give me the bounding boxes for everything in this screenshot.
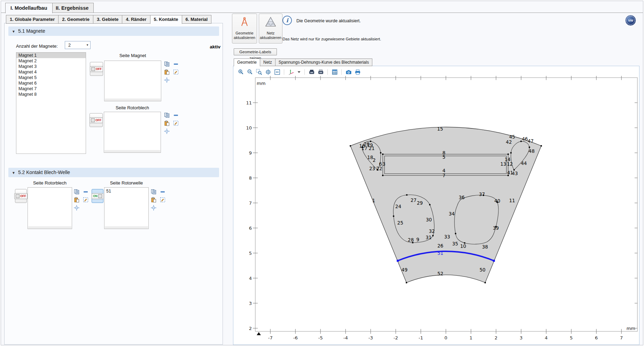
- seite-rotorblech-selection-list[interactable]: [104, 112, 161, 153]
- zoom-box-icon[interactable]: [256, 69, 262, 76]
- remove-icon[interactable]: [83, 189, 89, 195]
- zoom-out-icon[interactable]: [247, 69, 253, 76]
- paste-icon[interactable]: [164, 69, 170, 75]
- plot-label: 8: [249, 175, 252, 181]
- left-tab-5[interactable]: 5. Kontakte: [150, 15, 182, 24]
- plot-label: 23: [369, 166, 375, 171]
- seite-rotorblech-toggle[interactable]: OFF: [90, 113, 103, 127]
- plot-label: 12: [507, 161, 513, 167]
- left-tab-4[interactable]: 4. Ränder: [122, 15, 150, 24]
- plot-label: -2: [394, 335, 398, 340]
- remove-icon[interactable]: [173, 112, 179, 118]
- graphics-tab-1[interactable]: Geometrie: [234, 58, 260, 66]
- plot-label: 4: [545, 335, 548, 340]
- vw-logo: VW: [625, 15, 636, 26]
- section-header-magnete[interactable]: ▼5.1 Magnete: [8, 26, 219, 36]
- plot-label: -6: [293, 335, 298, 340]
- plot-label: 25: [397, 220, 403, 226]
- geometry-updated-message: Die Geometrie wurde aktualisiert.: [296, 18, 361, 23]
- plot-label: 33: [444, 234, 450, 239]
- magnet-list-item[interactable]: Magnet 1: [16, 53, 86, 58]
- off-state-icon: OFF: [90, 117, 103, 123]
- kontakt-rotorblech-selection-list[interactable]: [28, 187, 72, 229]
- copy-icon[interactable]: [164, 61, 170, 67]
- magnet-list-item[interactable]: Magnet 4: [16, 69, 86, 75]
- clear-selection-icon[interactable]: [173, 120, 179, 126]
- magnet-list-item[interactable]: Magnet 5: [16, 75, 86, 80]
- graphics-canvas[interactable]: -7-6-5-4-3-2-101234567234567891011 15162…: [233, 76, 640, 345]
- copy-icon[interactable]: [164, 112, 170, 118]
- fit-window-icon[interactable]: [274, 69, 280, 76]
- anzahl-magnete-dropdown[interactable]: 2 ▼: [65, 41, 91, 49]
- clear-selection-icon[interactable]: [83, 197, 89, 203]
- zoom-extents-icon[interactable]: [265, 69, 271, 76]
- plot-label: 9: [249, 150, 252, 156]
- zoom-selected-icon[interactable]: [150, 205, 157, 211]
- magnet-list[interactable]: Magnet 1Magnet 2Magnet 3Magnet 4Magnet 5…: [16, 52, 86, 154]
- graphics-panel: -7-6-5-4-3-2-101234567234567891011 15162…: [233, 66, 639, 345]
- zoom-in-icon[interactable]: [238, 69, 244, 76]
- left-panel: ▼5.1 Magnete Anzahl der Magnete: 2 ▼ Mag…: [4, 23, 223, 345]
- toolbar-separator: [341, 69, 342, 75]
- magnet-list-item[interactable]: Magnet 2: [16, 58, 86, 64]
- plot-label: 24: [395, 204, 401, 209]
- left-tab-6[interactable]: 6. Material: [182, 15, 212, 24]
- seite-magnet-icons: [164, 61, 179, 83]
- zoom-selected-icon[interactable]: [164, 77, 170, 83]
- copy-icon[interactable]: [73, 189, 80, 195]
- camera-icon[interactable]: [345, 69, 352, 76]
- plot-label: 40: [494, 198, 500, 204]
- plot-label: 27: [411, 197, 417, 203]
- paste-icon[interactable]: [164, 120, 170, 126]
- left-tab-3[interactable]: 3. Gebiete: [93, 15, 122, 24]
- update-geometry-label: Geometrie aktualisieren: [232, 31, 257, 40]
- magnet-list-item[interactable]: Magnet 6: [16, 80, 86, 86]
- copy-icon[interactable]: [150, 189, 157, 195]
- graphics-tab-2[interactable]: Netz: [260, 58, 276, 66]
- axis-dropdown-caret-icon[interactable]: [297, 69, 301, 76]
- plot-label: 26: [437, 243, 443, 249]
- seite-magnet-selection-list[interactable]: [104, 61, 161, 101]
- plot-label: -7: [268, 335, 273, 340]
- plot-label: 15: [437, 126, 443, 132]
- paste-icon[interactable]: [150, 197, 157, 203]
- clear-selection-icon[interactable]: [173, 69, 179, 75]
- kontakt-rotorwelle-toggle[interactable]: ON: [92, 189, 103, 203]
- kontakt-rotorblech-title: Seite Rotorblech: [28, 180, 72, 186]
- left-tab-2[interactable]: 2. Geometrie: [58, 15, 93, 24]
- grid-table-icon[interactable]: [331, 69, 338, 76]
- remove-icon[interactable]: [160, 189, 166, 195]
- section-header-kontakt[interactable]: ▼5.2 Kontakt Blech-Welle: [8, 168, 219, 177]
- magnet-list-item[interactable]: Magnet 8: [16, 92, 86, 97]
- left-tab-1[interactable]: 1. Globale Parameter: [6, 15, 59, 24]
- zoom-selected-icon[interactable]: [164, 128, 170, 134]
- x-axis-unit: mm: [627, 326, 635, 331]
- plot-label: 7: [620, 335, 623, 340]
- export-image-alt-icon[interactable]: [317, 69, 324, 76]
- magnet-list-item[interactable]: Magnet 3: [16, 64, 86, 69]
- seite-magnet-toggle[interactable]: OFF: [90, 62, 103, 76]
- axis-orientation-icon[interactable]: [288, 69, 294, 76]
- update-mesh-button[interactable]: Netz aktualisieren: [259, 14, 282, 44]
- tab-modellaufbau[interactable]: I. Modellaufbau: [5, 3, 53, 13]
- graphics-tab-3[interactable]: Spannungs-Dehnungs-Kurve des Blechmateri…: [275, 58, 372, 66]
- kontakt-rotorwelle-selection-list[interactable]: 51: [104, 187, 149, 229]
- tab-ergebnisse[interactable]: II. Ergebnisse: [51, 3, 94, 13]
- kontakt-rotorblech-toggle[interactable]: OFF: [15, 189, 27, 203]
- magnet-list-item[interactable]: Magnet 7: [16, 86, 86, 92]
- selection-list-item[interactable]: 51: [104, 188, 148, 194]
- print-icon[interactable]: [354, 69, 361, 76]
- plot-label: 43: [512, 171, 518, 176]
- zoom-selected-icon[interactable]: [73, 205, 80, 211]
- paste-icon[interactable]: [73, 197, 80, 203]
- anzahl-magnete-value: 2: [65, 43, 85, 48]
- seite-rotorblech-icons: [164, 112, 179, 134]
- plot-label: 31: [426, 235, 432, 240]
- clear-selection-icon[interactable]: [160, 197, 166, 203]
- plot-label: 10: [246, 125, 252, 131]
- remove-icon[interactable]: [173, 61, 179, 67]
- update-geometry-button[interactable]: Geometrie aktualisieren: [232, 14, 257, 44]
- show-geometry-labels-button[interactable]: Geometrie-Labels zeigen: [234, 48, 277, 55]
- export-image-icon[interactable]: [308, 69, 315, 76]
- mesh-note-message: Das Netz wird nur für zugewiesene Gebiet…: [282, 37, 381, 41]
